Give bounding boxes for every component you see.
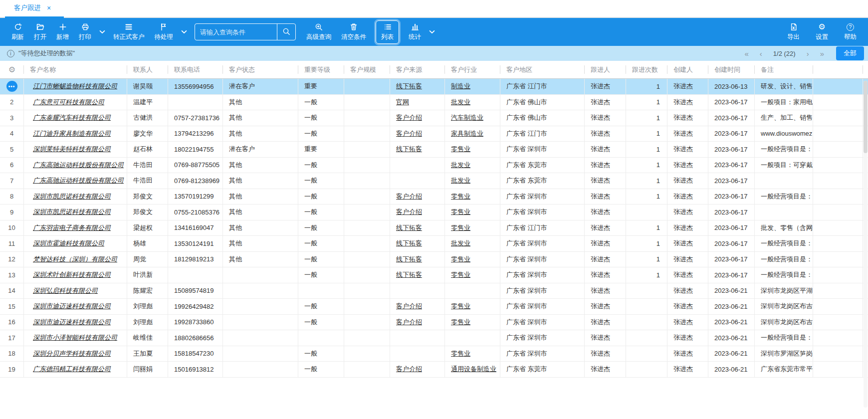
cell-industry[interactable]: 零售业: [451, 208, 470, 216]
table-row[interactable]: 14深圳弘启科技有限公司陈耀宏15089574819广东省 深圳市张进杰张进杰2…: [0, 283, 868, 299]
cell-source[interactable]: 客户介绍: [396, 129, 422, 138]
cell-industry[interactable]: 批发业: [451, 239, 470, 248]
column-header-region[interactable]: 客户地区: [500, 61, 585, 78]
cell-industry[interactable]: 零售业: [451, 223, 470, 232]
prev-page-button[interactable]: ‹: [760, 50, 762, 57]
table-row[interactable]: 10广东羽宙电子商务有限公司梁超权13416169047其他一般线下拓客零售业广…: [0, 220, 868, 236]
cell-source[interactable]: 线下拓客: [396, 270, 422, 279]
cell-source[interactable]: 线下拓客: [396, 145, 422, 154]
cell-industry[interactable]: 零售业: [451, 302, 470, 311]
cell-name[interactable]: 深圳市霍迪科技有限公司: [33, 239, 104, 248]
cell-name[interactable]: 广东高驰运动科技股份有限公司: [33, 176, 124, 185]
cell-industry[interactable]: 通用设备制造业: [451, 365, 496, 374]
table-row[interactable]: 7广东高驰运动科技股份有限公司牛浩田0769-81238969其他一般批发业广东…: [0, 173, 868, 189]
cell-name[interactable]: 深圳分贝声学科技有限公司: [33, 349, 111, 358]
cell-source[interactable]: 客户介绍: [396, 365, 422, 374]
table-row[interactable]: 9深圳市凯思诺科技有限公司郑俊文0755-21085376其他一般客户介绍零售业…: [0, 205, 868, 220]
cell-name[interactable]: 江门迪升家具制造有限公司: [33, 129, 111, 138]
table-row[interactable]: 13深圳术叶创新科技有限公司叶洪新一般线下拓客零售业广东省 深圳市张进杰1张进杰…: [0, 267, 868, 283]
table-row[interactable]: 8深圳市凯思诺科技有限公司郑俊文13570191299其他一般客户介绍零售业广东…: [0, 189, 868, 205]
table-row[interactable]: 19广东德玛精工科技有限公司闫丽娟15016913812一般客户介绍通用设备制造…: [0, 362, 868, 378]
tab-customer-followup[interactable]: 客户跟进 ×: [5, 3, 64, 17]
print-dropdown-button[interactable]: [97, 28, 108, 36]
cell-industry[interactable]: 批发业: [451, 176, 470, 185]
pending-dropdown-button[interactable]: [179, 28, 190, 36]
cell-name[interactable]: 广东高驰运动科技股份有限公司: [33, 161, 124, 170]
cell-name[interactable]: 深圳弘启科技有限公司: [33, 286, 98, 295]
vertical-scrollbar[interactable]: [864, 81, 868, 408]
advanced-search-button[interactable]: 高级查询: [302, 22, 336, 42]
cell-industry[interactable]: 批发业: [451, 98, 470, 107]
cell-name[interactable]: 梵智达科技（深圳）有限公司: [33, 255, 117, 264]
print-button[interactable]: 打印: [74, 22, 96, 42]
table-row[interactable]: 17深圳市小泽智能科技有限公司岐维佳18802686656广东省 深圳市张进杰张…: [0, 330, 868, 346]
column-header-created[interactable]: 创建时间: [708, 61, 755, 78]
cell-industry[interactable]: 汽车制造业: [451, 113, 483, 122]
column-header-contact[interactable]: 联系人: [127, 61, 168, 78]
cell-name[interactable]: 江门市蜥蜴造物科技有限公司: [33, 82, 117, 91]
column-settings-icon[interactable]: ⚙: [8, 66, 15, 74]
export-button[interactable]: 导出: [783, 22, 804, 42]
first-page-button[interactable]: «: [745, 50, 749, 57]
cell-name[interactable]: 深圳术叶创新科技有限公司: [33, 270, 111, 279]
cell-industry[interactable]: 家具制造业: [451, 129, 483, 138]
cell-name[interactable]: 深圳市凯思诺科技有限公司: [33, 208, 111, 216]
cell-industry[interactable]: 零售业: [451, 270, 470, 279]
column-header-industry[interactable]: 客户行业: [445, 61, 500, 78]
table-row[interactable]: 15深圳市迪迈速科技有限公司刘理彪19926429482一般客户介绍零售业广东省…: [0, 299, 868, 315]
last-page-button[interactable]: »: [820, 50, 824, 57]
scrollbar-thumb[interactable]: [864, 81, 868, 153]
view-dropdown-button[interactable]: [427, 28, 437, 36]
column-header-source[interactable]: 客户来源: [390, 61, 445, 78]
list-view-button[interactable]: 列表: [376, 20, 399, 44]
table-row[interactable]: 3广东泰耀汽车科技有限公司古健洪0757-27381736其他一般客户介绍汽车制…: [0, 110, 868, 126]
cell-source[interactable]: 官网: [396, 98, 409, 107]
column-header-count[interactable]: 跟进次数: [626, 61, 667, 78]
cell-source[interactable]: 线下拓客: [396, 255, 422, 264]
table-row[interactable]: 18深圳分贝声学科技有限公司王加夏15818547230一般零售业广东省 深圳市…: [0, 346, 868, 362]
cell-industry[interactable]: 零售业: [451, 192, 470, 201]
cell-industry[interactable]: 零售业: [451, 255, 470, 264]
stats-view-button[interactable]: 统计: [404, 22, 426, 42]
cell-name[interactable]: 广东德玛精工科技有限公司: [33, 365, 111, 374]
search-input[interactable]: [195, 24, 277, 40]
cell-name[interactable]: 深圳莱特美特科技有限公司: [33, 145, 111, 154]
cell-source[interactable]: 客户介绍: [396, 208, 422, 216]
cell-name[interactable]: 广东泰耀汽车科技有限公司: [33, 113, 111, 122]
row-actions-button[interactable]: •••: [6, 81, 17, 92]
cell-source[interactable]: 线下拓客: [396, 82, 422, 91]
cell-source[interactable]: 客户介绍: [396, 302, 422, 311]
clear-filters-button[interactable]: 清空条件: [337, 22, 371, 42]
cell-source[interactable]: 线下拓客: [396, 223, 422, 232]
cell-name[interactable]: 广东羽宙电子商务有限公司: [33, 223, 111, 232]
cell-name[interactable]: 深圳市迪迈速科技有限公司: [33, 302, 111, 311]
next-page-button[interactable]: ›: [807, 50, 809, 57]
cell-industry[interactable]: 制造业: [451, 82, 470, 91]
column-header-level[interactable]: 重要等级: [298, 61, 344, 78]
column-header-creator[interactable]: 创建人: [667, 61, 708, 78]
cell-source[interactable]: 线下拓客: [396, 239, 422, 248]
pending-button[interactable]: 待处理: [150, 22, 178, 42]
table-row[interactable]: 11深圳市霍迪科技有限公司杨雄13530124191其他一般线下拓客批发业广东省…: [0, 236, 868, 252]
open-button[interactable]: 打开: [29, 22, 51, 42]
cell-name[interactable]: 深圳市凯思诺科技有限公司: [33, 192, 111, 201]
table-row[interactable]: 6广东高驰运动科技股份有限公司牛浩田0769-88775505其他一般批发业广东…: [0, 158, 868, 174]
cell-industry[interactable]: 零售业: [451, 145, 470, 154]
cell-name[interactable]: 广东意可可科技有限公司: [33, 98, 104, 107]
column-header-follower[interactable]: 跟进人: [585, 61, 626, 78]
close-icon[interactable]: ×: [47, 4, 51, 11]
table-row[interactable]: 16深圳市迪迈速科技有限公司刘理彪19928733860一般客户介绍零售业广东省…: [0, 315, 868, 331]
table-row[interactable]: 4江门迪升家具制造有限公司廖文华13794213296其他一般客户介绍家具制造业…: [0, 126, 868, 142]
cell-source[interactable]: 客户介绍: [396, 192, 422, 201]
cell-industry[interactable]: 批发业: [451, 161, 470, 170]
column-header-phone[interactable]: 联系电话: [168, 61, 223, 78]
show-all-button[interactable]: 全部: [836, 46, 864, 60]
cell-source[interactable]: 客户介绍: [396, 113, 422, 122]
add-button[interactable]: 新增: [52, 22, 73, 42]
column-header-scale[interactable]: 客户规模: [344, 61, 390, 78]
column-header-remark[interactable]: 备注: [755, 61, 813, 78]
refresh-button[interactable]: 刷新: [7, 22, 28, 42]
cell-industry[interactable]: 零售业: [451, 349, 470, 358]
table-row[interactable]: 5深圳莱特美特科技有限公司赵石林18022194755潜在客户重要线下拓客零售业…: [0, 142, 868, 158]
settings-button[interactable]: ⚙设置: [811, 22, 833, 42]
